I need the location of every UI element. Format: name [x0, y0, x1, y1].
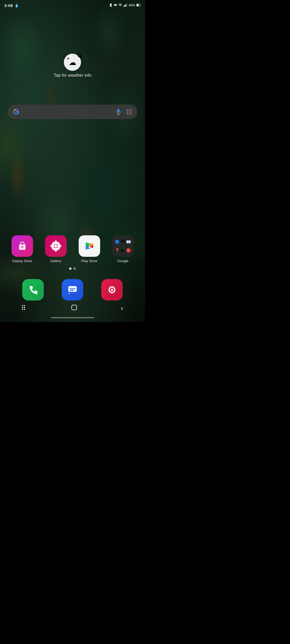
app-grid: Galaxy Store Gallery	[0, 235, 145, 263]
google-g-logo	[12, 108, 20, 116]
app-item-google-folder[interactable]: 🔵 🗺 📧 📍 ▶ 🔴 Google	[108, 235, 138, 263]
svg-rect-10	[118, 109, 119, 113]
add-icon: +	[67, 56, 70, 61]
bluetooth-icon	[109, 3, 112, 8]
battery-percentage: 46%	[129, 3, 135, 7]
google-search-bar[interactable]	[8, 105, 137, 119]
dock	[0, 279, 145, 301]
lens-search-button[interactable]	[125, 108, 133, 116]
weather-label: Tap for weather info	[54, 73, 92, 78]
app-item-play-store[interactable]: Play Store	[75, 235, 104, 263]
weather-icon: ☁ 🌤 +	[64, 54, 81, 71]
page-dot-1	[69, 268, 71, 270]
svg-rect-31	[22, 309, 23, 310]
svg-rect-32	[24, 305, 25, 306]
dock-item-screen-recorder[interactable]	[101, 279, 123, 301]
wallpaper	[0, 0, 145, 322]
svg-point-28	[111, 289, 113, 291]
maps2-dot-icon: 📍	[115, 248, 119, 253]
extra-dot-icon: 🔴	[126, 248, 131, 253]
youtube-dot-icon: ▶	[121, 248, 124, 253]
screen-recorder-icon	[101, 279, 123, 301]
status-time: 3:08	[4, 3, 13, 8]
svg-rect-3	[124, 6, 124, 7]
maps-dot-icon: 🗺	[121, 240, 125, 244]
svg-rect-33	[24, 307, 25, 308]
svg-point-14	[55, 245, 57, 247]
app-item-gallery[interactable]: Gallery	[41, 235, 71, 263]
recent-apps-button[interactable]	[20, 303, 30, 313]
google-dot-icon: 🔵	[115, 240, 119, 244]
play-store-icon	[79, 235, 100, 257]
phone-icon	[22, 279, 44, 301]
sun-icon: 🌤	[77, 53, 82, 59]
gmail-dot-icon: 📧	[126, 240, 131, 244]
svg-rect-25	[70, 290, 74, 291]
svg-rect-35	[72, 305, 77, 310]
navigation-bar: ‹	[0, 302, 145, 314]
svg-rect-5	[125, 4, 126, 7]
back-button[interactable]: ‹	[119, 302, 125, 314]
home-bar-indicator	[51, 317, 94, 318]
status-right: 46%	[109, 3, 141, 8]
svg-rect-24	[70, 288, 75, 289]
wifi-icon	[118, 3, 122, 7]
home-button[interactable]	[69, 302, 79, 314]
svg-point-11	[128, 111, 130, 113]
app-item-galaxy-store[interactable]: Galaxy Store	[8, 235, 37, 263]
voice-search-button[interactable]	[114, 108, 122, 116]
water-drop-icon: 💧	[15, 3, 19, 8]
search-action-icons	[114, 108, 133, 116]
google-folder-label: Google	[117, 259, 129, 263]
mute-icon	[114, 3, 117, 8]
gallery-label: Gallery	[50, 259, 61, 263]
weather-widget[interactable]: ☁ 🌤 + Tap for weather info	[54, 54, 92, 78]
play-store-label: Play Store	[81, 259, 97, 263]
svg-rect-29	[22, 305, 23, 306]
galaxy-store-icon	[12, 235, 33, 257]
signal-icon	[124, 3, 127, 8]
cloud-icon: ☁	[69, 58, 76, 67]
svg-rect-6	[126, 3, 127, 7]
svg-rect-34	[24, 309, 25, 310]
messages-icon	[62, 279, 83, 301]
status-left: 3:08 💧	[4, 3, 19, 8]
gallery-icon	[45, 235, 67, 257]
dock-item-messages[interactable]	[62, 279, 83, 301]
svg-point-2	[120, 6, 121, 6]
dock-item-phone[interactable]	[22, 279, 44, 301]
page-indicator	[69, 268, 76, 270]
status-bar: 3:08 💧	[0, 0, 145, 11]
svg-rect-8	[137, 4, 139, 6]
battery-icon	[136, 3, 141, 7]
galaxy-store-label: Galaxy Store	[12, 259, 32, 263]
svg-rect-30	[22, 307, 23, 308]
google-folder-icon: 🔵 🗺 📧 📍 ▶ 🔴	[112, 235, 134, 257]
svg-rect-4	[124, 5, 125, 7]
page-dot-2	[74, 268, 76, 270]
